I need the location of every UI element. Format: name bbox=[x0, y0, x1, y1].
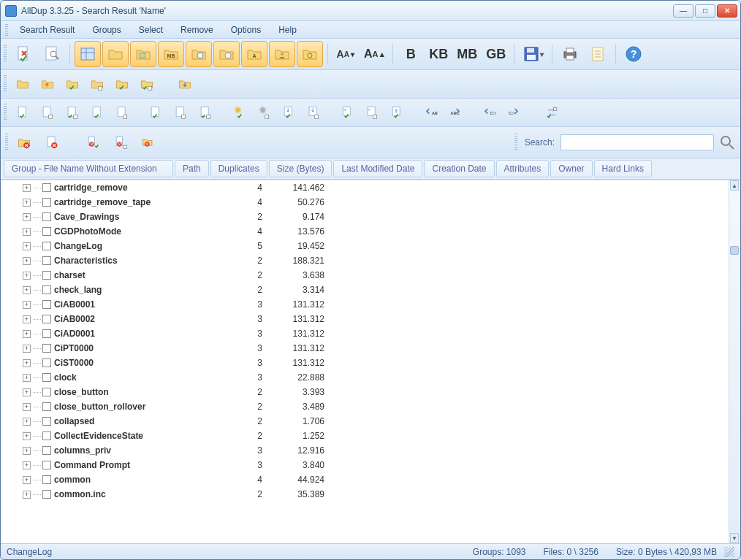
toolbar-grip[interactable] bbox=[514, 134, 517, 151]
doc-check-1[interactable] bbox=[11, 101, 34, 124]
row-checkbox[interactable] bbox=[42, 285, 51, 294]
row-checkbox[interactable] bbox=[42, 358, 51, 367]
table-row[interactable]: +CiAB00013131.312 bbox=[1, 297, 740, 312]
scroll-thumb[interactable] bbox=[730, 246, 739, 255]
expand-button[interactable]: + bbox=[23, 432, 31, 440]
row-checkbox[interactable] bbox=[42, 300, 51, 309]
menu-search-result[interactable]: Search Result bbox=[12, 23, 82, 37]
col-attr[interactable]: Attributes bbox=[496, 160, 550, 177]
table-row[interactable]: +Command Prompt33.840 bbox=[1, 458, 740, 472]
font-smaller-button[interactable]: AA ▾ bbox=[332, 41, 359, 67]
folder-open-button[interactable] bbox=[36, 72, 59, 96]
doc-combo-1[interactable] bbox=[61, 101, 84, 124]
save-button[interactable]: ▾ bbox=[519, 41, 547, 67]
unit-mb-button[interactable]: MB bbox=[453, 41, 481, 67]
toolbar-grip[interactable] bbox=[5, 134, 8, 151]
resize-grip[interactable] bbox=[724, 547, 734, 557]
scroll-up-button[interactable]: ▲ bbox=[730, 180, 739, 191]
unit-gb-button[interactable]: GB bbox=[482, 41, 509, 67]
table-row[interactable]: +CollectEvidenceState21.252 bbox=[1, 429, 740, 443]
table-row[interactable]: +CiAD00013131.312 bbox=[1, 326, 740, 341]
folder-uncheck-button[interactable] bbox=[86, 72, 109, 96]
doc-old-box[interactable] bbox=[252, 101, 276, 124]
expand-button[interactable]: + bbox=[23, 374, 31, 382]
doc-down-check[interactable] bbox=[277, 101, 300, 124]
row-checkbox[interactable] bbox=[42, 227, 51, 236]
row-checkbox[interactable] bbox=[42, 198, 51, 207]
view-detail-button[interactable] bbox=[75, 41, 101, 67]
maximize-button[interactable]: □ bbox=[695, 4, 715, 18]
abc-right-button[interactable]: ABC bbox=[444, 101, 467, 124]
expand-button[interactable]: + bbox=[23, 242, 31, 250]
row-checkbox[interactable] bbox=[42, 315, 51, 323]
table-row[interactable]: +CiPT00003131.312 bbox=[1, 341, 740, 356]
toolbar-grip[interactable] bbox=[4, 45, 7, 63]
print-button[interactable] bbox=[557, 41, 583, 67]
row-checkbox[interactable] bbox=[42, 256, 51, 265]
col-owner[interactable]: Owner bbox=[550, 160, 592, 177]
unit-b-button[interactable]: B bbox=[398, 41, 424, 67]
expand-button[interactable]: + bbox=[23, 476, 31, 484]
row-checkbox[interactable] bbox=[42, 431, 51, 440]
expand-button[interactable]: + bbox=[23, 491, 31, 499]
doc-combo-3[interactable] bbox=[194, 101, 217, 124]
menu-options[interactable]: Options bbox=[224, 23, 268, 37]
row-checkbox[interactable] bbox=[42, 212, 51, 221]
view-date-button[interactable] bbox=[186, 41, 212, 67]
expand-button[interactable]: + bbox=[23, 199, 31, 207]
doc-in-box[interactable] bbox=[360, 101, 384, 124]
menu-help[interactable]: Help bbox=[271, 23, 304, 37]
menu-grip[interactable] bbox=[5, 24, 8, 36]
doc-check-2[interactable] bbox=[86, 101, 109, 124]
delete-doc-button[interactable] bbox=[39, 129, 65, 156]
row-checkbox[interactable] bbox=[42, 388, 51, 396]
search-go-button[interactable] bbox=[718, 134, 736, 151]
table-row[interactable]: +check_lang23.314 bbox=[1, 283, 740, 297]
view-folder-button[interactable] bbox=[102, 41, 129, 67]
row-checkbox[interactable] bbox=[42, 344, 51, 353]
folder-plain-button[interactable] bbox=[11, 72, 34, 96]
row-checkbox[interactable] bbox=[42, 402, 51, 411]
row-checkbox[interactable] bbox=[42, 373, 51, 382]
delete-folder-button[interactable] bbox=[11, 129, 37, 156]
col-group[interactable]: Group - File Name Without Extension bbox=[4, 160, 173, 177]
view-created-button[interactable] bbox=[213, 41, 240, 67]
table-row[interactable]: +CiST00003131.312 bbox=[1, 356, 740, 370]
expand-button[interactable]: + bbox=[23, 213, 31, 221]
expand-button[interactable]: + bbox=[23, 359, 31, 367]
view-mb-button[interactable]: MB bbox=[158, 41, 184, 67]
expand-button[interactable]: + bbox=[23, 330, 31, 338]
expand-button[interactable]: + bbox=[23, 257, 31, 265]
row-checkbox[interactable] bbox=[42, 271, 51, 280]
close-button[interactable]: ✕ bbox=[717, 4, 737, 18]
scrollbar[interactable]: ▲ ▼ bbox=[729, 180, 740, 543]
doc-box-3[interactable] bbox=[169, 101, 192, 124]
minimize-button[interactable]: — bbox=[673, 4, 694, 18]
table-row[interactable]: +close_button23.393 bbox=[1, 385, 740, 399]
doc-box-1[interactable] bbox=[36, 101, 59, 124]
delete-checked-folder[interactable] bbox=[135, 129, 162, 156]
delete-checked-doc2[interactable] bbox=[107, 129, 134, 156]
col-created[interactable]: Creation Date bbox=[424, 160, 494, 177]
row-checkbox[interactable] bbox=[42, 183, 51, 192]
table-row[interactable]: +collapsed21.706 bbox=[1, 414, 740, 429]
expand-button[interactable]: + bbox=[23, 345, 31, 353]
table-row[interactable]: +clock322.888 bbox=[1, 370, 740, 385]
table-row[interactable]: +ChangeLog519.452 bbox=[1, 239, 740, 253]
table-row[interactable]: +cartridge_remove_tape450.276 bbox=[1, 195, 740, 210]
search-input[interactable] bbox=[560, 134, 714, 150]
menu-groups[interactable]: Groups bbox=[85, 23, 128, 37]
row-checkbox[interactable] bbox=[42, 329, 51, 338]
view-thumb-button[interactable] bbox=[130, 41, 156, 67]
expand-button[interactable]: + bbox=[23, 184, 31, 192]
view-attr-button[interactable]: A bbox=[241, 41, 267, 67]
doc-down-box[interactable] bbox=[302, 101, 325, 124]
folder-check-button[interactable] bbox=[61, 72, 84, 96]
scroll-down-button[interactable]: ▼ bbox=[730, 533, 739, 543]
row-checkbox[interactable] bbox=[42, 461, 51, 469]
table-row[interactable]: +Cave_Drawings29.174 bbox=[1, 210, 740, 224]
table-row[interactable]: +CiAB00023131.312 bbox=[1, 312, 740, 326]
doc-box-2[interactable] bbox=[110, 101, 134, 124]
table-row[interactable]: +close_button_rollover23.489 bbox=[1, 399, 740, 414]
doc-up-check[interactable] bbox=[385, 101, 408, 124]
